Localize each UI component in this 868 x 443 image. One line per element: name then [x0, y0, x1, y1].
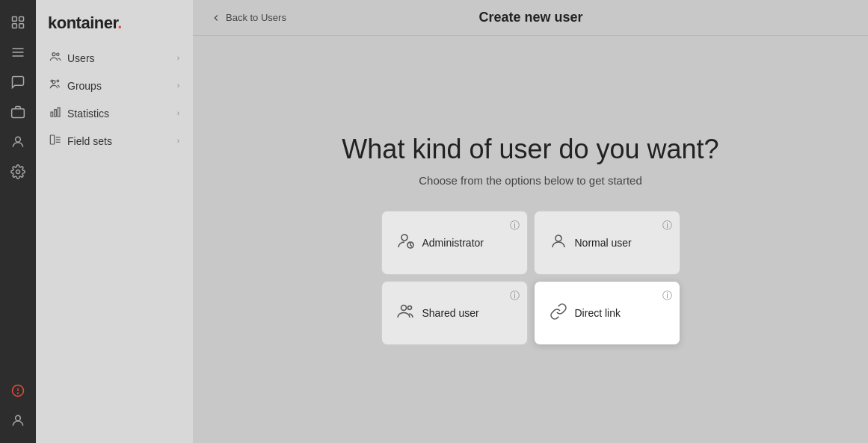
field-sets-icon: [49, 134, 61, 148]
alert-icon[interactable]: [4, 377, 31, 404]
sidebar: kontainer. Users ›: [36, 0, 193, 443]
app-logo: kontainer.: [36, 0, 193, 45]
svg-rect-3: [19, 24, 24, 28]
topbar: Back to Users Create new user: [193, 0, 868, 36]
content-area: What kind of user do you want? Choose fr…: [193, 36, 868, 443]
svg-rect-0: [13, 17, 17, 22]
back-arrow-icon: [211, 13, 221, 23]
groups-icon: [49, 78, 61, 93]
administrator-label: Administrator: [422, 237, 484, 249]
svg-point-9: [16, 170, 20, 174]
shared-user-card[interactable]: ⓘ Shared user: [381, 281, 528, 345]
administrator-info-icon[interactable]: ⓘ: [510, 219, 520, 232]
user-bottom-icon[interactable]: [4, 407, 31, 434]
svg-point-12: [18, 393, 19, 394]
admin-icon: [397, 232, 415, 253]
sidebar-item-statistics-label: Statistics: [67, 108, 109, 120]
sidebar-item-groups-label: Groups: [67, 80, 102, 92]
groups-chevron-icon: ›: [177, 81, 179, 90]
person-icon[interactable]: [4, 128, 31, 155]
svg-point-28: [555, 235, 561, 241]
svg-rect-21: [58, 108, 60, 117]
svg-point-17: [57, 80, 59, 82]
svg-point-13: [16, 415, 21, 421]
svg-rect-19: [51, 112, 53, 117]
statistics-chevron-icon: ›: [177, 109, 179, 117]
sidebar-item-users-label: Users: [67, 52, 95, 64]
shared-user-icon: [397, 303, 415, 323]
shared-user-label: Shared user: [422, 307, 479, 319]
svg-rect-2: [13, 24, 17, 28]
sidebar-item-field-sets[interactable]: Field sets ›: [42, 128, 187, 154]
users-icon: [49, 51, 61, 65]
shared-user-info-icon[interactable]: ⓘ: [510, 289, 520, 303]
direct-link-info-icon[interactable]: ⓘ: [662, 289, 672, 303]
user-type-cards: ⓘ Administrator ⓘ: [381, 211, 680, 345]
back-link-label: Back to Users: [226, 12, 286, 23]
field-sets-chevron-icon: ›: [177, 137, 179, 145]
administrator-card[interactable]: ⓘ Administrator: [381, 211, 528, 275]
sidebar-item-groups[interactable]: Groups ›: [42, 72, 187, 99]
statistics-icon: [49, 106, 61, 120]
back-to-users-link[interactable]: Back to Users: [211, 12, 286, 23]
icon-rail: [0, 0, 36, 443]
svg-rect-20: [55, 110, 57, 117]
direct-link-label: Direct link: [575, 307, 621, 319]
normal-user-card[interactable]: ⓘ Normal user: [534, 211, 680, 275]
svg-point-15: [57, 53, 59, 55]
svg-point-29: [401, 306, 406, 311]
sidebar-item-users[interactable]: Users ›: [42, 45, 187, 71]
main-area: Back to Users Create new user What kind …: [193, 0, 868, 443]
sidebar-nav: Users › Groups ›: [36, 45, 193, 154]
briefcase-icon[interactable]: [4, 99, 31, 126]
logo-dot: .: [117, 13, 122, 32]
svg-point-18: [51, 80, 53, 82]
list-icon[interactable]: [4, 39, 31, 66]
settings-icon[interactable]: [4, 158, 31, 185]
users-chevron-icon: ›: [177, 54, 179, 62]
page-title: Create new user: [286, 10, 775, 25]
chat-icon[interactable]: [4, 69, 31, 96]
normal-user-info-icon[interactable]: ⓘ: [662, 219, 672, 232]
svg-point-26: [401, 235, 407, 241]
sidebar-item-field-sets-label: Field sets: [67, 135, 112, 147]
direct-link-icon: [550, 303, 567, 323]
normal-user-label: Normal user: [575, 237, 632, 249]
svg-point-30: [407, 306, 411, 310]
content-heading: What kind of user do you want?: [342, 134, 718, 165]
svg-point-14: [52, 53, 55, 56]
svg-rect-7: [12, 109, 25, 118]
grid-icon[interactable]: [4, 9, 31, 36]
svg-point-8: [16, 137, 21, 142]
sidebar-item-statistics[interactable]: Statistics ›: [42, 100, 187, 126]
direct-link-card[interactable]: ⓘ Direct link: [534, 281, 680, 345]
svg-rect-1: [19, 17, 24, 22]
content-subheading: Choose from the options below to get sta…: [419, 174, 642, 187]
normal-user-icon: [550, 232, 567, 253]
svg-rect-22: [50, 135, 54, 144]
